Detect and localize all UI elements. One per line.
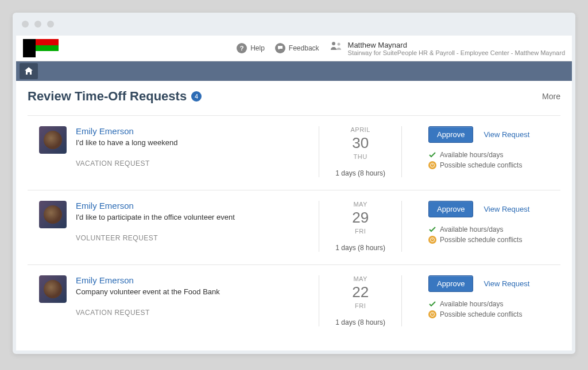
requester-name-link[interactable]: Emily Emerson — [76, 275, 310, 285]
actions-block: Approve View Request Available hours/day… — [411, 126, 560, 177]
content-area: Review Time-Off Requests 4 More Emily Em… — [16, 81, 572, 350]
home-icon — [24, 66, 34, 76]
feedback-link[interactable]: Feedback — [275, 43, 319, 53]
approve-button[interactable]: Approve — [428, 126, 473, 143]
svg-point-1 — [337, 42, 340, 45]
traffic-light-green[interactable] — [47, 21, 54, 28]
date-month: MAY — [335, 275, 385, 282]
request-card: Emily Emerson I'd like to participate in… — [28, 190, 560, 264]
requester-name-link[interactable]: Emily Emerson — [76, 201, 310, 211]
browser-header — [13, 13, 575, 36]
date-month: MAY — [335, 201, 385, 208]
check-icon — [428, 300, 436, 308]
page-header: Review Time-Off Requests 4 More — [28, 89, 560, 104]
user-icon — [330, 41, 343, 51]
request-type: VOLUNTEER REQUEST — [76, 234, 310, 242]
request-note: I'd like to participate in the office vo… — [76, 213, 310, 221]
warning-icon — [428, 161, 436, 169]
approve-button[interactable]: Approve — [428, 201, 473, 217]
browser-frame: ? Help Feedback Matthew Maynard Stairwa — [13, 13, 575, 354]
more-link[interactable]: More — [542, 92, 560, 101]
date-day: 30 — [335, 134, 385, 152]
help-link[interactable]: ? Help — [237, 43, 265, 53]
requester-name-link[interactable]: Emily Emerson — [76, 126, 310, 136]
status-conflicts: Possible schedule conflicts — [428, 161, 560, 169]
traffic-light-yellow[interactable] — [34, 21, 41, 28]
avatar[interactable] — [39, 275, 67, 303]
request-note: Company volunteer event at the Food Bank — [76, 287, 310, 296]
request-type: VACATION REQUEST — [76, 309, 310, 317]
user-sub: Stairway for SuitePeople HR & Payroll - … — [348, 49, 565, 56]
request-info: Emily Emerson I'd like to participate in… — [76, 201, 310, 252]
status-conflicts-label: Possible schedule conflicts — [440, 310, 522, 318]
request-card: Emily Emerson I'd like to have a long we… — [28, 115, 560, 190]
duration: 1 days (8 hours) — [335, 318, 385, 326]
date-month: APRIL — [335, 126, 385, 133]
date-day: 29 — [335, 209, 385, 227]
status-available-label: Available hours/days — [440, 225, 504, 233]
avatar[interactable] — [39, 201, 67, 228]
status-available: Available hours/days — [428, 225, 560, 233]
date-block: APRIL 30 THU 1 days (8 hours) — [319, 126, 402, 177]
request-info: Emily Emerson Company volunteer event at… — [76, 275, 310, 326]
status-available: Available hours/days — [428, 300, 560, 308]
user-menu[interactable]: Matthew Maynard Stairway for SuitePeople… — [330, 41, 565, 56]
date-dow: FRI — [335, 228, 385, 235]
user-name: Matthew Maynard — [348, 41, 565, 49]
warning-icon — [428, 310, 436, 318]
view-request-link[interactable]: View Request — [483, 205, 529, 213]
actions-block: Approve View Request Available hours/day… — [411, 201, 560, 252]
help-label: Help — [250, 44, 265, 52]
request-type: VACATION REQUEST — [76, 159, 310, 168]
duration: 1 days (8 hours) — [335, 244, 385, 252]
feedback-icon — [275, 43, 285, 53]
status-conflicts: Possible schedule conflicts — [428, 310, 560, 318]
app-window: ? Help Feedback Matthew Maynard Stairwa — [16, 36, 572, 350]
status-available-label: Available hours/days — [440, 300, 504, 308]
flag-uae-icon — [23, 39, 59, 57]
status-available: Available hours/days — [428, 151, 560, 159]
check-icon — [428, 151, 436, 159]
nav-bar — [16, 61, 572, 81]
date-dow: THU — [335, 153, 385, 160]
approve-button[interactable]: Approve — [428, 275, 473, 292]
traffic-light-red[interactable] — [22, 21, 29, 28]
status-conflicts: Possible schedule conflicts — [428, 236, 560, 244]
nav-home-button[interactable] — [20, 63, 38, 79]
page-title: Review Time-Off Requests — [28, 89, 187, 104]
status-conflicts-label: Possible schedule conflicts — [440, 236, 522, 244]
warning-icon — [428, 236, 436, 244]
request-info: Emily Emerson I'd like to have a long we… — [76, 126, 310, 177]
request-note: I'd like to have a long weekend — [76, 138, 310, 147]
date-dow: FRI — [335, 302, 385, 309]
actions-block: Approve View Request Available hours/day… — [411, 275, 560, 326]
avatar[interactable] — [39, 126, 67, 154]
top-bar: ? Help Feedback Matthew Maynard Stairwa — [16, 36, 572, 61]
svg-point-0 — [332, 42, 335, 45]
date-day: 22 — [335, 283, 385, 301]
check-icon — [428, 225, 436, 233]
status-conflicts-label: Possible schedule conflicts — [440, 161, 522, 169]
duration: 1 days (8 hours) — [335, 169, 385, 177]
date-block: MAY 29 FRI 1 days (8 hours) — [319, 201, 402, 252]
status-available-label: Available hours/days — [440, 151, 504, 159]
date-block: MAY 22 FRI 1 days (8 hours) — [319, 275, 402, 326]
view-request-link[interactable]: View Request — [483, 130, 529, 139]
requests-list: Emily Emerson I'd like to have a long we… — [28, 115, 560, 339]
top-right-actions: ? Help Feedback Matthew Maynard Stairwa — [237, 41, 565, 56]
request-count-badge: 4 — [191, 91, 202, 102]
request-card: Emily Emerson Company volunteer event at… — [28, 264, 560, 339]
feedback-label: Feedback — [289, 44, 319, 52]
view-request-link[interactable]: View Request — [483, 279, 529, 288]
help-icon: ? — [237, 43, 247, 53]
